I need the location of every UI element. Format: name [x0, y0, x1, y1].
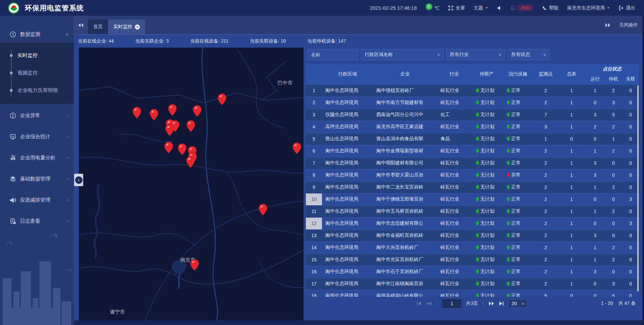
cell-lost: 3	[622, 193, 639, 205]
cell-company: 西南油气田分公司川中	[373, 109, 437, 121]
tabs-scroll-right-button[interactable]	[605, 23, 610, 28]
cell-meters: 1	[558, 145, 585, 157]
map-pin-icon[interactable]	[259, 204, 268, 217]
map-pin-icon[interactable]	[178, 143, 187, 157]
close-operations-button[interactable]: 关闭操作	[619, 22, 638, 28]
top-header: 环保用电监管系统 2021-02-25 17:46:18 0 ℃ 全屏 主题 ▼	[0, 0, 644, 16]
chevron-down-icon: ∨	[522, 301, 525, 306]
page-scrollbar-track[interactable]	[642, 16, 644, 325]
map-pin-icon[interactable]	[186, 120, 196, 133]
sidebar-item-base-data[interactable]: 基础数据管理 ‹	[0, 169, 74, 188]
map-pin-icon[interactable]	[132, 107, 142, 120]
sidebar-item-emergency[interactable]: 应急减排管理 ‹	[0, 191, 74, 209]
cell-stopped: 0	[605, 217, 622, 229]
table-row[interactable]: 10 阆中生态环境局 阆中千佛镇五郎垭页岩 砖瓦行业 无计划 正常 2 1 0 …	[306, 193, 639, 205]
last-page-button[interactable]	[499, 301, 504, 306]
cell-stopped: 2	[605, 85, 622, 97]
pagination-bar: | 共3页 | 20 ∨ 1 - 20 共 47 条	[306, 297, 639, 310]
mute-button[interactable]	[497, 6, 502, 10]
cell-stopped: 0	[605, 229, 622, 241]
table-row[interactable]: 13 阆中生态环境局 阆中市金福旺页岩机砖 砖瓦行业 无计划 正常 2 1 3 …	[306, 229, 639, 241]
cell-running: 3	[585, 229, 605, 241]
map-pin-icon[interactable]	[218, 93, 227, 107]
status-dot-icon	[507, 293, 510, 297]
table-row[interactable]: 11 阆中生态环境局 阆中市五马桥页岩机砖 砖瓦行业 无计划 正常 2 1 1 …	[306, 205, 639, 217]
prev-page-button[interactable]	[426, 301, 432, 306]
page-size-select[interactable]: 20 ∨	[508, 299, 527, 308]
table-row[interactable]: 6 阆中生态环境局 阆中市金博瑞新型墙材 砖瓦行业 无计划 正常 2 1 1 2…	[306, 145, 639, 157]
row-index: 17	[306, 278, 322, 290]
sidebar-subitem-实时监控[interactable]: 实时监控	[0, 47, 74, 64]
tab-home[interactable]: 首页	[88, 19, 108, 34]
cell-facility-status: 正常	[502, 133, 534, 145]
cell-points: 2	[534, 193, 558, 205]
logout-button[interactable]: 退出	[619, 5, 635, 11]
map-pin-icon[interactable]	[186, 156, 195, 169]
name-search-input[interactable]	[307, 49, 359, 60]
notification-button[interactable]: 2632	[511, 5, 534, 11]
table-scrollbar[interactable]	[637, 85, 639, 291]
map-collapse-button[interactable]: ‹	[74, 174, 83, 186]
page-number-input[interactable]	[442, 299, 461, 308]
map-pin-icon[interactable]	[190, 259, 199, 272]
table-row[interactable]: 7 阆中生态环境局 阆中明阳建材有限公司 砖瓦行业 无计划 正常 2 1 3 0…	[306, 157, 639, 169]
fullscreen-button[interactable]: 全屏	[448, 5, 465, 11]
sidebar-subitem-视频监控[interactable]: 视频监控	[0, 64, 74, 82]
cell-meters: 1	[558, 241, 585, 254]
last-page-icon	[499, 301, 504, 306]
tab-close-icon[interactable]: ✕	[135, 24, 140, 30]
cell-stopped: 2	[605, 254, 622, 266]
table-row[interactable]: 8 阆中生态环境局 阆中市枣碧大梁山页岩 砖瓦行业 无计划 异常 2 1 3 0…	[306, 169, 639, 181]
table-row[interactable]: 3 仪陇生态环境局 西南油气田分公司川中 化工 无计划 正常 7 1 3 5 0	[306, 109, 639, 121]
cell-meters: 1	[558, 85, 585, 97]
sidebar-item-enterprise-abnormal[interactable]: 企业异常 ‹	[0, 106, 74, 125]
table-body: 1 阆中生态环境局 阆中强锐页岩砖厂 砖瓦行业 无计划 正常 2 1 1 2 0…	[306, 85, 639, 297]
table-row[interactable]: 9 阆中生态环境局 阆中市二龙长宝页岩砖 砖瓦行业 无计划 正常 2 1 1 2…	[306, 181, 639, 193]
table-row[interactable]: 1 阆中生态环境局 阆中强锐页岩砖厂 砖瓦行业 无计划 正常 2 1 1 2 0	[306, 85, 639, 97]
map-pin-icon[interactable]	[292, 142, 302, 156]
table-row[interactable]: 4 高坪生态环境局 南充市高坪区王家店建 砖瓦行业 无计划 正常 3 1 2 2…	[306, 121, 639, 133]
range-label: 1 - 20	[601, 301, 613, 307]
sidebar-item-enterprise-stats[interactable]: 企业综合统计 ‹	[0, 127, 74, 146]
help-button[interactable]: 帮助	[542, 5, 558, 11]
cell-facility-status: 正常	[502, 193, 534, 205]
cell-stopped: 5	[605, 290, 622, 297]
table-row[interactable]: 15 阆中生态环境局 阆中市光富页岩机砖厂 砖瓦行业 无计划 正常 2 1 1 …	[306, 254, 639, 266]
map-panel[interactable]: 巴中市南充市遂宁市	[79, 47, 304, 320]
cell-stop-status: 无计划	[471, 97, 502, 109]
cell-stop-status: 无计划	[471, 241, 502, 254]
table-row[interactable]: 14 阆中生态环境局 阆中大兴页岩机砖厂 砖瓦行业 无计划 正常 2 1 1 2…	[306, 241, 639, 254]
region-select[interactable]: 行政区域名称 ∨	[361, 49, 444, 60]
table-row[interactable]: 12 阆中生态环境局 阆中市忠信建材有限公 砖瓦行业 无计划 正常 2 1 0 …	[306, 217, 639, 229]
status-item: 当前失联设备: 10	[250, 38, 286, 44]
status-select[interactable]: 所有状态 ∨	[507, 49, 550, 60]
sidebar-item-power-analysis[interactable]: 企业用电量分析 ‹	[0, 148, 74, 167]
col-industry: 行业	[437, 64, 471, 85]
cell-stop-status: 无计划	[471, 205, 502, 217]
table-row[interactable]: 2 阆中生态环境局 阆中市南方节能建材有 砖瓦行业 无计划 正常 2 1 0 3…	[306, 97, 639, 109]
table-row[interactable]: 17 阆中生态环境局 阆中市江南镇阆南页岩 砖瓦行业 无计划 正常 2 1 0 …	[306, 278, 639, 290]
status-bar: 当前在线企业: 44当前失联企业: 3当前在线设备: 211当前失联设备: 10…	[74, 35, 644, 48]
table-row[interactable]: 16 阆中生态环境局 阆中市石子页岩机砖厂 砖瓦行业 无计划 正常 2 1 3 …	[306, 266, 639, 278]
cell-stop-status: 无计划	[471, 229, 502, 241]
table-row[interactable]: 5 营山生态环境局 营山县润丰肉食品有限 食品 无计划 正常 1 0 0 1 0	[306, 133, 639, 145]
cell-points: 1	[534, 133, 558, 145]
industry-select[interactable]: 所有行业 ∨	[446, 49, 505, 60]
sidebar-item-logs[interactable]: 日志查看 ‹	[0, 212, 74, 230]
next-page-button[interactable]	[489, 301, 494, 306]
org-dropdown[interactable]: 南充市生态环境局 ▼	[567, 5, 610, 11]
first-page-button[interactable]	[417, 301, 422, 306]
map-pin-icon[interactable]	[165, 124, 174, 138]
table-row[interactable]: 18 南部生态环境局 南部县砚华山砖有限公 砖瓦行业 无计划 正常 5 0 0 …	[306, 290, 639, 297]
sidebar-item-data-monitor[interactable]: 数据监测 ∨	[0, 26, 74, 43]
theme-dropdown[interactable]: 主题 ▼	[474, 5, 488, 11]
map-pin-icon[interactable]	[193, 105, 202, 118]
cell-points: 2	[534, 85, 558, 97]
tabs-scroll-left-button[interactable]	[74, 16, 88, 34]
map-pin-icon[interactable]	[164, 142, 173, 155]
map-pin-icon[interactable]	[168, 104, 177, 117]
map-pin-icon[interactable]	[150, 109, 159, 122]
tab-realtime-monitor[interactable]: 实时监控 ✕	[108, 19, 145, 34]
sidebar-subitem-企业电力负荷明细[interactable]: 企业电力负荷明细	[0, 82, 74, 99]
cell-meters: 1	[558, 121, 585, 133]
